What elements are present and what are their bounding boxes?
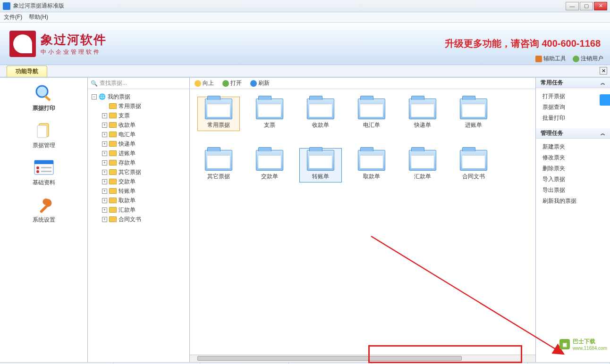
- tree-item[interactable]: +交款单: [90, 177, 187, 186]
- folder-item[interactable]: 汇款单: [401, 148, 444, 182]
- tree-item[interactable]: +存款单: [90, 158, 187, 167]
- tree-item[interactable]: +汇款单: [90, 205, 187, 215]
- tree-item[interactable]: +收款单: [90, 120, 187, 130]
- maximize-button[interactable]: ▢: [580, 2, 593, 10]
- folder-item[interactable]: 其它票据: [197, 148, 240, 182]
- folder-icon: [358, 99, 385, 119]
- right-panel-item[interactable]: 票据查询: [536, 102, 610, 113]
- right-panel-item[interactable]: 导出票据: [536, 185, 610, 196]
- tree-item[interactable]: +合同文书: [90, 215, 187, 224]
- globe-icon: 🌐: [99, 93, 106, 100]
- wrench-icon: [535, 56, 542, 62]
- folder-icon: [460, 99, 487, 119]
- horizontal-scrollbar[interactable]: [190, 355, 535, 362]
- left-nav-settings[interactable]: 系统设置: [0, 195, 87, 224]
- watermark: ▣ 巴士下载 www.11684.com: [559, 338, 607, 351]
- folder-icon: [109, 207, 117, 213]
- folder-item[interactable]: 常用票据: [197, 97, 240, 131]
- folder-icon: [109, 122, 117, 128]
- folder-item[interactable]: 电汇单: [350, 97, 393, 131]
- svg-rect-8: [41, 167, 51, 168]
- tree-item[interactable]: +电汇单: [90, 130, 187, 139]
- tree-root[interactable]: − 🌐 我的票据: [90, 92, 187, 101]
- folder-icon: [109, 188, 117, 194]
- brand-subtitle: 中小企业管理软件: [41, 48, 107, 56]
- right-panel-item[interactable]: 新建票夹: [536, 141, 610, 152]
- tree-item[interactable]: +转账单: [90, 186, 187, 196]
- logout-link[interactable]: 注销用户: [573, 55, 603, 63]
- left-nav-print[interactable]: 票据打印: [0, 83, 87, 112]
- tree-item[interactable]: +进账单: [90, 149, 187, 158]
- left-nav-base[interactable]: 基础资料: [0, 158, 87, 187]
- folder-item[interactable]: 进账单: [452, 97, 495, 131]
- tree-toggle-icon[interactable]: −: [92, 94, 97, 99]
- nav-tab-active[interactable]: 功能导航: [7, 66, 47, 77]
- menu-help[interactable]: 帮助(H): [29, 13, 48, 21]
- cmd-refresh[interactable]: 刷新: [250, 79, 270, 87]
- chevron-up-icon: ︽: [601, 130, 605, 137]
- folder-icon: [109, 216, 117, 222]
- folder-area: 常用票据 支票 收款单 电汇单 快递单 进账单 其它票据 交款单 转账单 取款单…: [190, 89, 535, 362]
- folder-icon: [109, 150, 117, 156]
- main-panel: 向上 打开 刷新 常用票据 支票 收款单 电汇单 快递单 进账单 其它票据 交款…: [190, 78, 535, 362]
- left-nav: 票据打印 票据管理 基础资料 系统设置: [0, 78, 88, 362]
- close-button[interactable]: ✕: [594, 2, 607, 10]
- folder-item[interactable]: 快递单: [401, 97, 444, 131]
- user-icon: [573, 56, 579, 62]
- cmd-up[interactable]: 向上: [195, 79, 214, 87]
- right-panel-item[interactable]: 导入票据: [536, 174, 610, 185]
- folder-icon: [109, 160, 117, 165]
- right-panel-item[interactable]: 批量打印: [536, 113, 610, 124]
- right-panel-item[interactable]: 修改票夹: [536, 152, 610, 163]
- folder-item[interactable]: 支票: [248, 97, 291, 131]
- close-panel-button[interactable]: ✕: [600, 67, 607, 74]
- right-panel-item[interactable]: 打开票据: [536, 91, 610, 102]
- svg-rect-9: [41, 171, 51, 172]
- status-bar: 欢迎使用票据通软件 服务器:localhost 连接帐套:Demo 登录用户:系…: [0, 362, 610, 364]
- right-panel-item[interactable]: 刷新我的票据: [536, 196, 610, 207]
- folder-icon: [307, 150, 334, 171]
- folder-icon: [205, 150, 232, 171]
- checklist-icon: [32, 158, 56, 177]
- right-panel-item[interactable]: 删除票夹: [536, 163, 610, 174]
- open-icon: [222, 80, 229, 87]
- title-bar: 象过河票据通标准版 — ▢ ✕: [0, 0, 610, 12]
- wrench-icon: [32, 195, 56, 214]
- cmd-open[interactable]: 打开: [222, 79, 242, 87]
- up-icon: [195, 80, 201, 87]
- folder-icon: [256, 99, 283, 119]
- minimize-button[interactable]: —: [566, 2, 579, 10]
- folder-item[interactable]: 合同文书: [452, 148, 495, 182]
- folder-icon: [109, 141, 117, 147]
- folder-icon: [307, 99, 334, 119]
- folder-item[interactable]: 收款单: [299, 97, 342, 131]
- right-panel-header-manage[interactable]: 管理任务︽: [536, 128, 610, 139]
- left-nav-manage[interactable]: 票据管理: [0, 121, 87, 149]
- svg-point-0: [36, 86, 48, 97]
- chevron-up-icon: ︽: [601, 80, 605, 86]
- window-controls: — ▢ ✕: [566, 2, 607, 10]
- assist-tool-link[interactable]: 辅助工具: [535, 55, 566, 63]
- search-icon: 🔍: [91, 80, 98, 87]
- brand-promo: 升级更多功能，请咨询 400-600-1168: [445, 37, 601, 50]
- svg-line-10: [371, 236, 564, 354]
- brand-bar: 象过河软件 中小企业管理软件 升级更多功能，请咨询 400-600-1168 辅…: [0, 23, 610, 65]
- brand-name: 象过河软件: [41, 32, 107, 48]
- folder-icon: [109, 179, 117, 184]
- svg-point-6: [36, 166, 39, 169]
- magnifier-icon: [32, 83, 56, 102]
- tree-item[interactable]: +取款单: [90, 196, 187, 205]
- folder-item[interactable]: 交款单: [248, 148, 291, 182]
- tree-item[interactable]: +支票: [90, 111, 187, 120]
- right-panel-header-common[interactable]: 常用任务︽: [536, 78, 610, 88]
- search-row[interactable]: 🔍 查找票据...: [88, 78, 189, 89]
- menu-file[interactable]: 文件(F): [4, 13, 22, 21]
- right-panel: 常用任务︽ 打开票据 票据查询 批量打印 管理任务︽ 新建票夹 修改票夹 删除票…: [535, 78, 610, 362]
- tree-item[interactable]: 常用票据: [90, 101, 187, 111]
- tree-item[interactable]: +其它票据: [90, 167, 187, 177]
- tree-item[interactable]: +快递单: [90, 139, 187, 149]
- folder-item[interactable]: 转账单: [299, 148, 342, 182]
- folder-icon: [205, 99, 232, 119]
- nav-tab-row: 功能导航 ✕: [0, 65, 610, 77]
- folder-item[interactable]: 取款单: [350, 148, 393, 182]
